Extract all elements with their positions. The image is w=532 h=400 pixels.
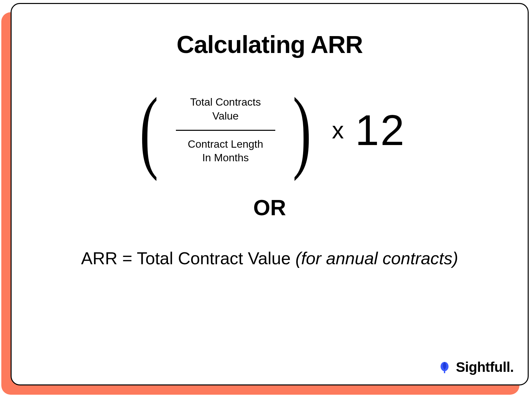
alt-formula-prefix: ARR = Total Contract Value (81, 249, 295, 268)
denominator-line2: In Months (202, 152, 249, 164)
brand-name: Sightfull. (456, 359, 514, 375)
or-separator: OR (253, 195, 286, 220)
numerator-line2: Value (212, 110, 239, 122)
multiply-symbol: x (332, 117, 344, 144)
fraction: Total Contracts Value Contract Length In… (173, 95, 279, 165)
left-paren-icon: ( (140, 88, 158, 172)
fraction-numerator: Total Contracts Value (190, 95, 261, 123)
fraction-denominator: Contract Length In Months (188, 137, 263, 165)
right-paren-icon: ) (293, 88, 311, 172)
alt-formula-suffix: (for annual contracts) (295, 249, 458, 268)
formula-row: ( Total Contracts Value Contract Length … (133, 88, 405, 172)
numerator-line1: Total Contracts (190, 96, 261, 108)
svg-rect-0 (444, 370, 445, 373)
main-card: Calculating ARR ( Total Contracts Value … (11, 3, 529, 385)
multiplier-value: 12 (355, 105, 406, 155)
denominator-line1: Contract Length (188, 138, 263, 150)
sightfull-tulip-icon (437, 360, 452, 375)
brand-logo: Sightfull. (437, 359, 514, 375)
page-title: Calculating ARR (177, 30, 363, 59)
alt-formula: ARR = Total Contract Value (for annual c… (81, 247, 458, 270)
fraction-divider-icon (176, 130, 275, 131)
